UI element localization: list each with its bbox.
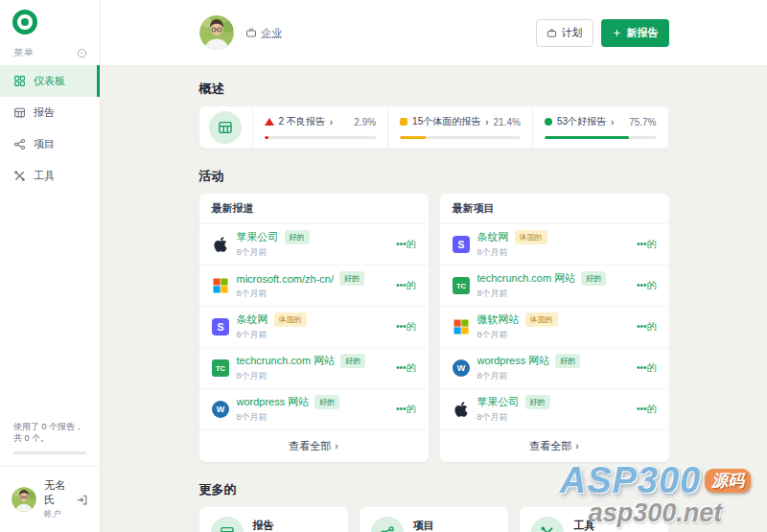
- user-avatar: [12, 487, 36, 512]
- view-all-reports[interactable]: 查看全部›: [199, 430, 429, 462]
- svg-text:W: W: [216, 405, 224, 414]
- project-time: 8个月前: [477, 411, 629, 424]
- header-avatar: [199, 15, 234, 50]
- project-time: 8个月前: [477, 246, 629, 259]
- view-all-projects[interactable]: 查看全部›: [440, 430, 669, 462]
- site-brand-icon: TC: [212, 359, 229, 377]
- shortcut-tile-icon: [211, 517, 244, 532]
- nav-item-icon: [13, 75, 26, 87]
- project-name-link[interactable]: 条纹网: [477, 230, 509, 244]
- overview-icon-cell: [199, 106, 253, 149]
- site-brand-icon: [212, 277, 229, 294]
- status-badge: 好的: [555, 354, 580, 368]
- more-shortcut-card[interactable]: 工具 管理工具。: [520, 507, 668, 532]
- sidebar-collapse-icon[interactable]: [77, 48, 87, 58]
- site-brand-icon: W: [453, 359, 470, 377]
- company-link[interactable]: 企业: [245, 26, 283, 40]
- status-badge: 好的: [314, 395, 339, 409]
- row-actions-menu[interactable]: •••的: [637, 238, 657, 251]
- menu-label: 菜单: [13, 46, 34, 59]
- stat-progressbar: [265, 136, 377, 139]
- stat-label: 15个体面的报告: [412, 115, 480, 128]
- report-list-item: TC techcrunch.com 网站 好的 8个月前 •••的: [199, 348, 429, 389]
- overview-stat[interactable]: 15个体面的报告 › 21.4%: [388, 106, 533, 149]
- nav-item-label: 项目: [34, 137, 55, 151]
- briefcase-icon: [546, 28, 557, 38]
- stat-percent: 21.4%: [494, 117, 521, 127]
- more-shortcut-card[interactable]: 报告 管理报告。: [199, 507, 348, 532]
- latest-projects-header: 最新项目: [440, 194, 669, 224]
- report-list-item: microsoft.com/zh-cn/ 好的 8个月前 •••的: [199, 266, 429, 307]
- site-brand-icon: [453, 318, 470, 335]
- row-actions-menu[interactable]: •••的: [637, 361, 657, 375]
- plus-icon: [612, 28, 622, 38]
- new-report-button[interactable]: 新报告: [601, 19, 669, 47]
- stat-progress-fill: [545, 136, 629, 139]
- overview-card: 2 不良报告 › 2.9%: [199, 106, 669, 149]
- status-badge: 好的: [340, 354, 365, 368]
- row-actions-menu[interactable]: •••的: [396, 320, 416, 334]
- sidebar-nav-item[interactable]: 项目: [0, 128, 100, 160]
- svg-text:S: S: [217, 321, 223, 333]
- sidebar-nav-item[interactable]: 工具: [0, 160, 100, 192]
- phprank-logo[interactable]: [12, 10, 37, 35]
- more-shortcut-card[interactable]: 项目 管理项目。: [360, 507, 508, 532]
- shortcut-title: 报告: [253, 519, 299, 532]
- report-name-link[interactable]: techcrunch.com 网站: [237, 354, 336, 368]
- top-header: 企业 计划 新报告: [101, 0, 767, 65]
- status-badge: 体面的: [525, 312, 558, 327]
- report-time: 8个月前: [237, 370, 388, 382]
- sidebar-nav-item[interactable]: 报告: [0, 97, 100, 128]
- row-actions-menu[interactable]: •••的: [637, 320, 657, 334]
- report-time: 8个月前: [237, 246, 388, 259]
- stat-label: 2 不良报告: [279, 115, 325, 128]
- activity-title: 活动: [199, 168, 669, 185]
- project-name-link[interactable]: 微软网站: [477, 312, 520, 327]
- project-list-item: S 条纹网 体面的 8个月前 •••的: [440, 224, 669, 266]
- row-actions-menu[interactable]: •••的: [396, 238, 416, 251]
- site-brand-icon: W: [212, 401, 229, 418]
- row-actions-menu[interactable]: •••的: [396, 279, 416, 292]
- project-name-link[interactable]: 苹果公司: [477, 395, 520, 409]
- svg-text:W: W: [456, 363, 465, 373]
- chevron-right-icon: ›: [330, 117, 333, 127]
- svg-text:TC: TC: [216, 364, 226, 373]
- project-name-link[interactable]: wordpress 网站: [477, 354, 550, 368]
- more-title: 更多的: [199, 481, 669, 498]
- usage-progressbar: [13, 451, 86, 454]
- logout-icon[interactable]: [76, 494, 88, 506]
- project-time: 8个月前: [477, 370, 629, 382]
- status-marker-icon: [400, 118, 407, 126]
- sidebar-user[interactable]: 无名氏 帐户: [0, 466, 100, 532]
- status-marker-icon: [545, 118, 552, 126]
- sidebar-nav-item[interactable]: 仪表板: [0, 65, 100, 97]
- project-list-item: TC techcrunch.com 网站 好的 8个月前 •••的: [440, 266, 669, 307]
- stat-progress-fill: [265, 136, 268, 139]
- report-name-link[interactable]: 苹果公司: [237, 230, 279, 244]
- row-actions-menu[interactable]: •••的: [396, 403, 416, 416]
- project-list-item: 苹果公司 好的 8个月前 •••的: [440, 389, 669, 430]
- stat-percent: 2.9%: [354, 117, 376, 127]
- site-brand-icon: [212, 236, 229, 253]
- shortcut-title: 工具: [573, 519, 619, 532]
- nav-item-label: 仪表板: [34, 74, 65, 88]
- report-name-link[interactable]: 条纹网: [237, 312, 268, 327]
- project-list-item: 微软网站 体面的 8个月前 •••的: [440, 307, 669, 348]
- row-actions-menu[interactable]: •••的: [637, 279, 657, 292]
- more-section: 更多的 报告 管理报告。: [199, 481, 669, 532]
- report-name-link[interactable]: microsoft.com/zh-cn/: [237, 273, 334, 285]
- overview-section: 概述 2 不良报告 › 2.9%: [199, 81, 669, 149]
- stat-progressbar: [545, 136, 657, 139]
- nav-item-label: 工具: [34, 169, 55, 183]
- report-name-link[interactable]: wordpress 网站: [237, 395, 310, 409]
- plan-button[interactable]: 计划: [536, 19, 593, 47]
- project-name-link[interactable]: techcrunch.com 网站: [477, 271, 576, 286]
- row-actions-menu[interactable]: •••的: [637, 403, 657, 416]
- latest-projects-card: 最新项目 S 条纹网 体面的 8个月前: [440, 194, 669, 462]
- overview-stat[interactable]: 53个好报告 › 75.7%: [533, 106, 669, 149]
- overview-stat[interactable]: 2 不良报告 › 2.9%: [253, 106, 389, 149]
- svg-text:S: S: [457, 239, 464, 250]
- row-actions-menu[interactable]: •••的: [396, 361, 416, 375]
- stat-progressbar: [400, 136, 521, 139]
- shortcut-tile-icon: [371, 517, 404, 532]
